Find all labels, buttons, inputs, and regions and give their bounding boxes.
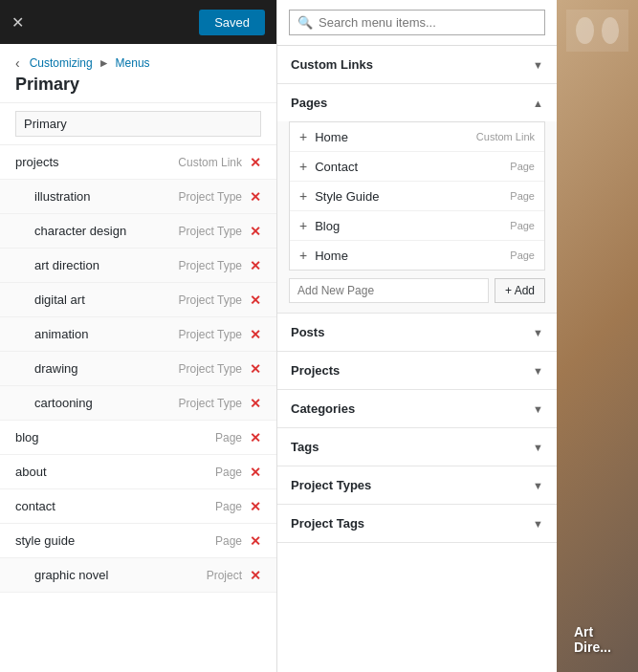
remove-menu-item-button[interactable]: ✕ xyxy=(250,569,261,582)
page-badge: Page xyxy=(510,161,535,172)
page-plus-icon: + xyxy=(299,218,307,233)
menu-item[interactable]: style guide Page ✕ xyxy=(0,524,276,558)
accordion-label-projects: Projects xyxy=(291,363,340,378)
menu-item[interactable]: digital art Project Type ✕ xyxy=(0,283,276,317)
page-item[interactable]: + Style Guide Page xyxy=(290,182,544,211)
add-page-button[interactable]: + Add xyxy=(495,278,545,303)
menu-list: projects Custom Link ✕ illustration Proj… xyxy=(0,145,276,672)
nav-circle-2 xyxy=(602,17,620,44)
menu-item-name: art direction xyxy=(34,258,179,272)
accordion-header-tags[interactable]: Tags ▼ xyxy=(277,428,557,466)
remove-menu-item-button[interactable]: ✕ xyxy=(250,259,261,272)
page-item[interactable]: + Home Page xyxy=(290,241,544,270)
remove-menu-item-button[interactable]: ✕ xyxy=(250,362,261,376)
search-input[interactable] xyxy=(319,15,537,30)
menu-item-type: Page xyxy=(215,466,242,479)
accordion-label-posts: Posts xyxy=(291,325,324,339)
menu-item-type: Project Type xyxy=(179,362,242,376)
page-badge: Page xyxy=(510,249,535,261)
page-name: Contact xyxy=(315,160,502,174)
page-item[interactable]: + Contact Page xyxy=(290,152,544,182)
accordion-header-posts[interactable]: Posts ▼ xyxy=(277,314,557,351)
accordion-header-project-tags[interactable]: Project Tags ▼ xyxy=(277,505,557,542)
accordion-section-posts: Posts ▼ xyxy=(277,314,557,352)
menu-item-type: Project Type xyxy=(179,293,242,307)
accordion-chevron-tags: ▼ xyxy=(533,442,543,453)
page-item[interactable]: + Home Custom Link xyxy=(290,122,544,152)
accordion-chevron-projects: ▼ xyxy=(533,365,543,377)
page-badge: Custom Link xyxy=(476,131,535,142)
menu-item[interactable]: contact Page ✕ xyxy=(0,489,276,524)
remove-menu-item-button[interactable]: ✕ xyxy=(250,466,261,479)
preview-inner: Art Dire... xyxy=(557,0,638,672)
remove-menu-item-button[interactable]: ✕ xyxy=(250,500,261,513)
menu-item-name: style guide xyxy=(15,533,215,548)
menu-item-name: graphic novel xyxy=(34,568,207,582)
menu-item[interactable]: animation Project Type ✕ xyxy=(0,317,276,352)
accordion-section-tags: Tags ▼ xyxy=(277,428,557,466)
breadcrumb-area: ‹ Customizing ► Menus Primary xyxy=(0,44,276,103)
back-button[interactable]: ‹ xyxy=(15,55,20,71)
menu-item-type: Page xyxy=(215,500,242,513)
breadcrumb-menus[interactable]: Menus xyxy=(116,56,150,70)
remove-menu-item-button[interactable]: ✕ xyxy=(250,293,261,307)
search-icon: 🔍 xyxy=(297,15,313,30)
menu-item[interactable]: illustration Project Type ✕ xyxy=(0,180,276,214)
page-name: Home xyxy=(315,249,502,263)
remove-menu-item-button[interactable]: ✕ xyxy=(250,225,261,238)
remove-menu-item-button[interactable]: ✕ xyxy=(250,431,261,444)
accordion-section-project-types: Project Types ▼ xyxy=(277,466,557,505)
accordion-section-categories: Categories ▼ xyxy=(277,390,557,428)
preview-art-text: Art Dire... xyxy=(566,617,628,662)
menu-item[interactable]: projects Custom Link ✕ xyxy=(0,145,276,180)
accordion-header-pages[interactable]: Pages ▲ xyxy=(277,84,557,121)
remove-menu-item-button[interactable]: ✕ xyxy=(250,397,261,410)
menu-item-type: Project Type xyxy=(179,259,242,272)
accordion-chevron-pages: ▲ xyxy=(533,98,543,109)
page-name: Blog xyxy=(315,219,502,233)
menu-item[interactable]: cartooning Project Type ✕ xyxy=(0,386,276,421)
breadcrumb-separator: ► xyxy=(99,56,110,70)
menu-item[interactable]: drawing Project Type ✕ xyxy=(0,352,276,386)
accordion-header-custom-links[interactable]: Custom Links ▼ xyxy=(277,46,557,83)
menu-item[interactable]: blog Page ✕ xyxy=(0,421,276,455)
menu-item-type: Project Type xyxy=(179,225,242,238)
accordion-label-categories: Categories xyxy=(291,401,355,416)
page-item[interactable]: + Blog Page xyxy=(290,211,544,241)
accordion-section-projects: Projects ▼ xyxy=(277,352,557,390)
menu-item-name: contact xyxy=(15,499,215,513)
accordion-header-project-types[interactable]: Project Types ▼ xyxy=(277,466,557,504)
menu-item-name: projects xyxy=(15,155,178,169)
accordion-header-projects[interactable]: Projects ▼ xyxy=(277,352,557,389)
accordion-section-pages: Pages ▲ + Home Custom Link + Contact Pag… xyxy=(277,84,557,314)
menu-item-type: Custom Link xyxy=(178,156,242,169)
menu-item-name: character design xyxy=(34,224,179,238)
close-button[interactable]: ✕ xyxy=(11,13,24,32)
menu-item-type: Project Type xyxy=(179,328,242,341)
accordion-label-project-types: Project Types xyxy=(291,478,371,492)
menu-item[interactable]: art direction Project Type ✕ xyxy=(0,249,276,283)
page-badge: Page xyxy=(510,190,535,202)
menu-item[interactable]: graphic novel Project ✕ xyxy=(0,558,276,593)
search-bar: 🔍 xyxy=(277,0,557,46)
accordion-header-categories[interactable]: Categories ▼ xyxy=(277,390,557,427)
add-new-page-input[interactable] xyxy=(289,278,489,303)
accordion-chevron-custom-links: ▼ xyxy=(533,59,543,71)
breadcrumb-customizing[interactable]: Customizing xyxy=(30,56,93,70)
nav-circle-1 xyxy=(576,17,594,44)
remove-menu-item-button[interactable]: ✕ xyxy=(250,156,261,169)
preview-panel: Art Dire... xyxy=(557,0,638,672)
menu-name-input[interactable] xyxy=(15,111,261,137)
saved-button[interactable]: Saved xyxy=(199,10,265,35)
pages-list: + Home Custom Link + Contact Page + Styl… xyxy=(289,121,545,271)
remove-menu-item-button[interactable]: ✕ xyxy=(250,534,261,548)
menu-item[interactable]: about Page ✕ xyxy=(0,455,276,489)
menu-item-name: digital art xyxy=(34,293,179,307)
remove-menu-item-button[interactable]: ✕ xyxy=(250,328,261,341)
remove-menu-item-button[interactable]: ✕ xyxy=(250,190,261,204)
menu-item-type: Page xyxy=(215,534,242,548)
menu-item-name: animation xyxy=(34,327,179,341)
menu-item[interactable]: character design Project Type ✕ xyxy=(0,214,276,249)
preview-nav xyxy=(566,10,628,52)
menu-item-type: Project Type xyxy=(179,190,242,204)
